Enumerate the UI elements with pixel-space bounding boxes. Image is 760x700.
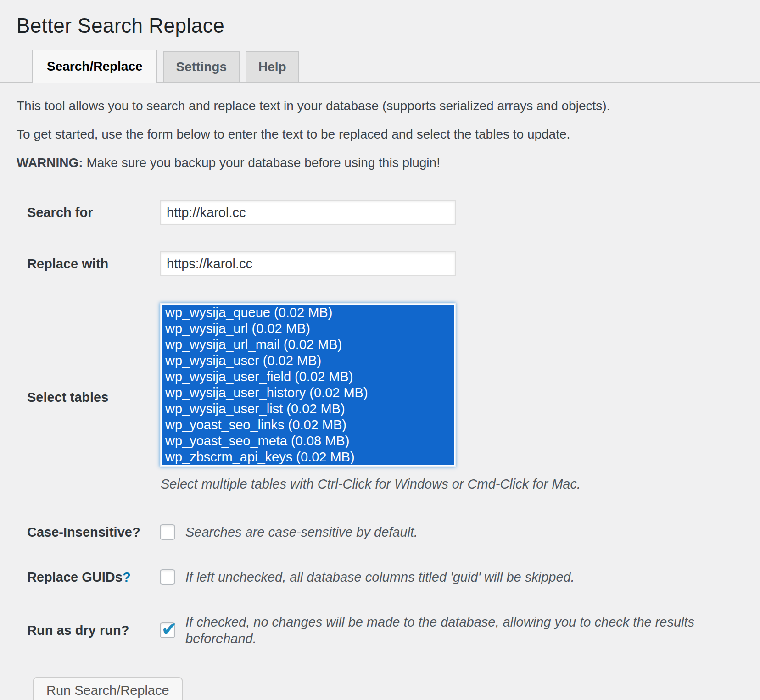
select-tables-field: wp_wysija_queue (0.02 MB)wp_wysija_url (… [160, 303, 581, 492]
replace-with-label: Replace with [27, 256, 160, 272]
dry-run-description: If checked, no changes will be made to t… [185, 614, 743, 647]
select-tables-label: Select tables [27, 389, 160, 406]
intro-line-2: To get started, use the form below to en… [17, 127, 743, 142]
search-for-row: Search for [17, 200, 743, 225]
intro-line-1: This tool allows you to search and repla… [17, 98, 743, 114]
case-insensitive-label: Case-Insensitive? [27, 524, 160, 540]
warning-line: WARNING: Make sure you backup your datab… [17, 155, 743, 171]
tab-bar: Search/Replace Settings Help [0, 50, 760, 83]
replace-with-input[interactable] [160, 251, 456, 276]
tab-settings[interactable]: Settings [163, 51, 240, 82]
tab-search-replace[interactable]: Search/Replace [32, 50, 157, 83]
search-replace-form: Search for Replace with Select tables wp… [17, 200, 743, 647]
tables-help-text: Select multiple tables with Ctrl-Click f… [161, 476, 581, 492]
tables-multiselect[interactable]: wp_wysija_queue (0.02 MB)wp_wysija_url (… [160, 303, 456, 467]
run-search-replace-button[interactable]: Run Search/Replace [33, 677, 183, 700]
search-for-label: Search for [27, 204, 160, 221]
replace-guids-label: Replace GUIDs? [27, 569, 160, 585]
table-option[interactable]: wp_wysija_user (0.02 MB) [162, 353, 454, 369]
case-insensitive-description: Searches are case-sensitive by default. [185, 524, 418, 540]
table-option[interactable]: wp_yoast_seo_meta (0.08 MB) [162, 433, 454, 449]
table-option[interactable]: wp_yoast_seo_links (0.02 MB) [162, 417, 454, 433]
table-option[interactable]: wp_wysija_queue (0.02 MB) [162, 305, 454, 321]
tab-panel-search-replace: This tool allows you to search and repla… [0, 98, 760, 700]
warning-label: WARNING: [17, 156, 83, 170]
table-option[interactable]: wp_wysija_user_history (0.02 MB) [162, 385, 454, 401]
replace-guids-row: Replace GUIDs? If left unchecked, all da… [17, 569, 743, 585]
guids-help-link[interactable]: ? [123, 570, 131, 584]
page-title: Better Search Replace [0, 0, 760, 38]
dry-run-checkbox[interactable] [160, 622, 175, 638]
table-option[interactable]: wp_wysija_user_list (0.02 MB) [162, 401, 454, 417]
replace-guids-label-text: Replace GUIDs [27, 570, 123, 584]
select-tables-row: Select tables wp_wysija_queue (0.02 MB)w… [17, 303, 743, 492]
case-insensitive-checkbox[interactable] [160, 524, 175, 540]
table-option[interactable]: wp_wysija_user_field (0.02 MB) [162, 369, 454, 385]
better-search-replace-page: Better Search Replace Search/Replace Set… [0, 0, 760, 700]
replace-guids-checkbox[interactable] [160, 569, 175, 585]
replace-with-row: Replace with [17, 251, 743, 276]
table-option[interactable]: wp_wysija_url_mail (0.02 MB) [162, 337, 454, 353]
table-option[interactable]: wp_zbscrm_api_keys (0.02 MB) [162, 449, 454, 465]
table-option[interactable]: wp_wysija_url (0.02 MB) [162, 321, 454, 337]
tab-help[interactable]: Help [246, 51, 299, 82]
case-insensitive-row: Case-Insensitive? Searches are case-sens… [17, 524, 743, 540]
dry-run-row: Run as dry run? If checked, no changes w… [17, 614, 743, 647]
replace-guids-description: If left unchecked, all database columns … [185, 569, 575, 585]
search-for-input[interactable] [160, 200, 456, 225]
dry-run-label: Run as dry run? [27, 622, 160, 639]
warning-text: Make sure you backup your database befor… [86, 156, 440, 170]
